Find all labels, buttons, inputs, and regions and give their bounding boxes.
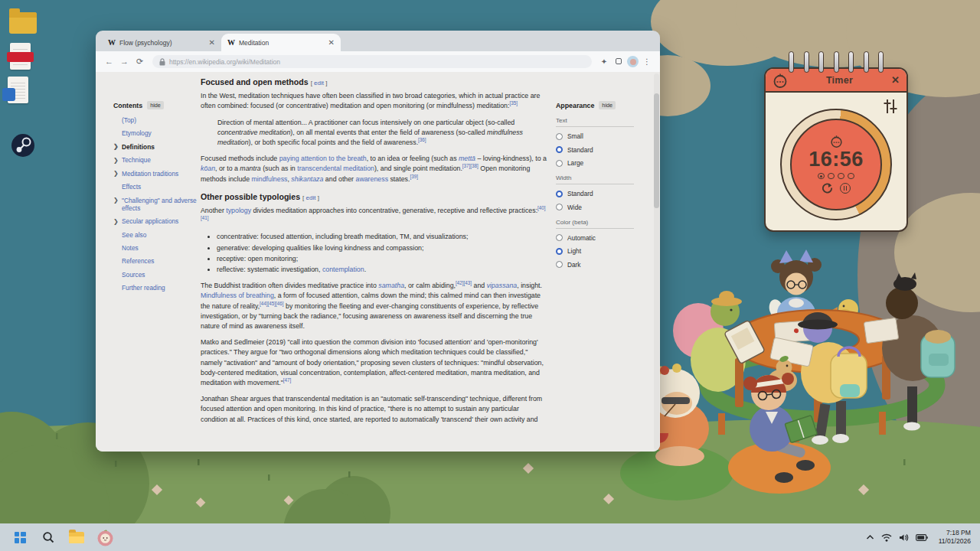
reference-sup[interactable]: [37][38] — [462, 164, 479, 169]
desktop-icon-folder[interactable] — [9, 12, 37, 34]
menu-icon[interactable]: ⋮ — [641, 57, 653, 66]
battery-icon[interactable] — [916, 534, 928, 541]
reference-sup[interactable]: [42][43] — [456, 280, 472, 285]
wiki-link[interactable]: Mindfulness of breathing — [201, 292, 274, 299]
contents-item[interactable]: ❯ Notes — [113, 245, 198, 253]
text-run: mantra — [240, 165, 260, 172]
contents-hide-button[interactable]: hide — [147, 101, 164, 109]
close-icon[interactable]: ✕ — [891, 75, 900, 85]
reference-sup[interactable]: [39] — [410, 174, 418, 179]
refresh-icon[interactable]: ⟳ — [133, 57, 146, 66]
sidebar-icon[interactable] — [612, 57, 625, 66]
taskbar-clock[interactable]: 7:18 PM 11/01/2026 — [939, 529, 971, 546]
contents-item[interactable]: ❯ Sources — [113, 272, 198, 279]
wiki-link[interactable]: mindfulness — [252, 175, 288, 183]
page-content: Contents hide ❯ (Top) ❯ Etymology ❯ Defi… — [96, 72, 660, 452]
contents-item[interactable]: ❯ Definitions — [113, 144, 198, 152]
tab-close-icon[interactable]: ✕ — [328, 38, 335, 47]
wiki-link[interactable]: mettā — [459, 155, 475, 162]
radio-option[interactable]: Large — [556, 159, 634, 167]
reference-sup[interactable]: [35] — [509, 100, 518, 106]
browser-tab[interactable]: W Flow (psychology) ✕ — [102, 34, 221, 51]
wiki-link[interactable]: shikantaza — [291, 175, 323, 183]
radio-option[interactable]: Small — [556, 132, 634, 140]
chevron-right-icon[interactable]: ❯ — [113, 218, 119, 226]
file-explorer-button[interactable] — [66, 527, 87, 548]
scrollbar-thumb[interactable] — [654, 93, 659, 208]
contents-title: Contents — [113, 102, 142, 109]
reference-sup[interactable]: [36] — [418, 137, 426, 142]
tray-chevron-icon[interactable] — [866, 534, 874, 540]
contents-item[interactable]: ❯ Meditation traditions — [113, 171, 198, 178]
radio-option[interactable]: Light — [556, 247, 634, 255]
settings-sliders-icon[interactable] — [882, 98, 899, 115]
reference-sup[interactable]: [47] — [283, 377, 292, 383]
timer-card: Timer ✕ 16:56 — [764, 67, 908, 232]
chevron-right-icon[interactable]: ❯ — [113, 143, 119, 151]
text-run: Matko and Sedlmeier (2019) "call into qu… — [201, 338, 544, 386]
volume-icon[interactable] — [899, 533, 909, 542]
profile-avatar[interactable] — [627, 56, 639, 67]
tomato-app-icon — [96, 528, 115, 547]
wiki-link[interactable]: paying attention to the breath — [279, 155, 367, 162]
section-heading: Focused and open methods [ edit ] — [201, 77, 547, 88]
wiki-link[interactable]: typology — [226, 207, 251, 214]
contents-item-label: Meditation traditions — [122, 170, 178, 178]
start-button[interactable] — [9, 527, 31, 548]
appearance-hide-button[interactable]: hide — [599, 101, 616, 109]
search-button[interactable] — [38, 527, 59, 548]
radio-label: Wide — [567, 204, 582, 211]
scrollbar[interactable] — [654, 73, 659, 450]
chevron-right-icon[interactable]: ❯ — [113, 170, 119, 178]
desktop-icon-text-document[interactable] — [8, 77, 28, 103]
chevron-right-icon[interactable]: ❯ — [113, 157, 119, 165]
contents-item[interactable]: ❯ Further reading — [113, 285, 198, 292]
appearance-group: Color (beta) Automatic Light Dark — [556, 219, 634, 269]
appearance-groups: Text Small Standard Large Width Standard… — [556, 117, 634, 269]
wiki-link[interactable]: awareness — [355, 175, 388, 183]
edit-link[interactable]: [ edit ] — [311, 80, 328, 86]
reference-sup[interactable]: [44][45][46] — [260, 301, 284, 306]
tab-close-icon[interactable]: ✕ — [209, 38, 215, 47]
pause-button[interactable] — [840, 183, 851, 194]
wifi-icon[interactable] — [881, 533, 892, 542]
contents-item[interactable]: ❯ Technique — [113, 157, 198, 165]
text-run: (such as in — [261, 165, 297, 172]
forward-icon[interactable]: → — [118, 57, 131, 66]
contents-item[interactable]: ❯ (Top) — [113, 117, 198, 125]
contents-item[interactable]: ❯ References — [113, 258, 198, 266]
radio-option[interactable]: Automatic — [556, 234, 634, 242]
radio-option[interactable]: Dark — [556, 261, 634, 269]
contents-item[interactable]: ❯ Effects — [113, 184, 198, 191]
spiral-binding — [789, 51, 884, 73]
appearance-title: Appearance — [556, 102, 594, 109]
reset-icon[interactable] — [822, 182, 833, 194]
timer-title: Timer — [791, 75, 888, 86]
timer-widget: Timer ✕ 16:56 — [764, 67, 908, 232]
contents-item[interactable]: ❯ Etymology — [113, 130, 198, 138]
radio-option[interactable]: Standard — [556, 190, 634, 197]
contents-item[interactable]: ❯ Secular applications — [113, 218, 198, 226]
tomato-icon — [830, 135, 843, 148]
radio-option[interactable]: Standard — [556, 146, 634, 154]
wiki-link[interactable]: vipassana — [487, 282, 518, 289]
desktop-icon-steam[interactable] — [11, 133, 35, 161]
wiki-link[interactable]: samatha — [378, 282, 404, 289]
radio-option[interactable]: Wide — [556, 204, 634, 211]
tomato-icon — [773, 73, 788, 88]
paragraph: Focused methods include paying attention… — [201, 154, 547, 184]
contents-item-label: Secular applications — [122, 217, 178, 225]
browser-tab[interactable]: W Meditation ✕ — [221, 34, 341, 51]
contents-item[interactable]: ❯ See also — [113, 232, 198, 240]
extensions-icon[interactable]: ✦ — [598, 57, 610, 66]
wiki-link[interactable]: contemplation — [322, 266, 364, 273]
wiki-link[interactable]: kōan — [201, 165, 215, 172]
contents-item[interactable]: ❯ "Challenging" and adverse effects — [113, 197, 198, 213]
desktop-icon-pdf-document[interactable] — [10, 43, 31, 70]
chevron-right-icon[interactable]: ❯ — [113, 197, 119, 204]
wiki-link[interactable]: transcendental meditation — [297, 165, 374, 172]
focus-timer-app-button[interactable] — [94, 527, 116, 548]
edit-link[interactable]: [ edit ] — [302, 194, 319, 201]
address-bar[interactable]: https://en.wikipedia.org/wiki/Meditation — [152, 55, 592, 68]
back-icon[interactable]: ← — [103, 57, 116, 66]
